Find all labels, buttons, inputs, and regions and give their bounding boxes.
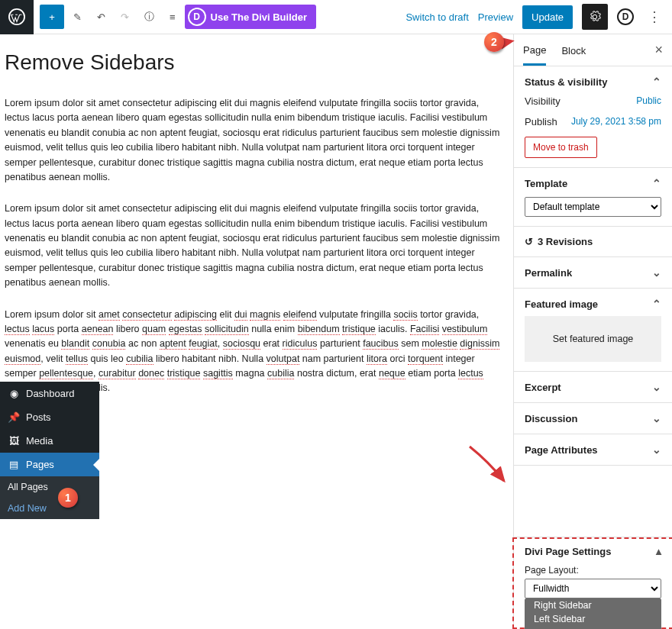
panel-permalink[interactable]: Permalink⌄	[514, 257, 672, 289]
panel-status-visibility: Status & visibility⌃ VisibilityPublic Pu…	[514, 66, 672, 168]
panel-template: Template⌃ Default template	[514, 168, 672, 227]
settings-gear-icon[interactable]	[582, 4, 608, 30]
sidebar-tabs: Page Block ×	[514, 34, 672, 66]
chevron-up-icon: ⌃	[652, 177, 661, 189]
panel-heading[interactable]: Featured image⌃	[525, 298, 661, 310]
redo-icon[interactable]: ↷	[115, 5, 135, 29]
page-layout-label: Page Layout:	[525, 565, 661, 576]
move-to-trash-button[interactable]: Move to trash	[525, 137, 597, 158]
panel-discussion[interactable]: Discussion⌄	[514, 403, 672, 434]
settings-sidebar: Page Block × Status & visibility⌃ Visibi…	[513, 34, 672, 629]
menu-media[interactable]: 🖼Media	[0, 429, 99, 453]
panel-revisions[interactable]: ↺3 Revisions	[514, 227, 672, 257]
page-layout-select[interactable]: Fullwidth	[525, 579, 661, 598]
chevron-down-icon: ⌄	[652, 381, 661, 393]
switch-to-draft-link[interactable]: Switch to draft	[405, 11, 468, 23]
edit-tool-icon[interactable]: ✎	[67, 5, 88, 29]
set-featured-image-button[interactable]: Set featured image	[525, 316, 661, 362]
paragraph-block[interactable]: Lorem ipsum dolor sit amet consectetur a…	[5, 96, 501, 185]
layout-option-left-sidebar[interactable]: Left Sidebar	[525, 612, 661, 626]
page-layout-dropdown[interactable]: Fullwidth Right Sidebar Left Sidebar No …	[525, 579, 661, 598]
panel-heading[interactable]: Template⌃	[525, 177, 661, 189]
panel-featured-image: Featured image⌃ Set featured image	[514, 289, 672, 372]
page-title[interactable]: Remove Sidebars	[5, 50, 501, 75]
chevron-up-icon: ⌃	[652, 298, 661, 310]
pin-icon: 📌	[8, 411, 20, 423]
list-view-icon[interactable]: ≡	[163, 5, 182, 29]
tab-page[interactable]: Page	[523, 44, 546, 66]
tab-block[interactable]: Block	[561, 45, 586, 64]
add-block-button[interactable]: +	[40, 5, 64, 29]
admin-menu: ◉Dashboard 📌Posts 🖼Media ▤Pages All Page…	[0, 382, 99, 519]
visibility-label: Visibility	[525, 95, 561, 107]
menu-dashboard[interactable]: ◉Dashboard	[0, 382, 99, 405]
publish-date[interactable]: July 29, 2021 3:58 pm	[571, 116, 661, 127]
template-select[interactable]: Default template	[525, 197, 661, 217]
chevron-up-icon: ⌃	[652, 76, 661, 88]
use-divi-builder-button[interactable]: D Use The Divi Builder	[185, 5, 316, 29]
more-options-icon[interactable]: ⋮	[643, 8, 666, 25]
dashboard-icon: ◉	[8, 388, 20, 399]
annotation-callout-1: 1	[58, 488, 78, 508]
info-icon[interactable]: ⓘ	[138, 5, 160, 29]
editor-content: Remove Sidebars Lorem ipsum dolor sit am…	[5, 50, 501, 413]
visibility-value[interactable]: Public	[636, 95, 661, 107]
wp-logo[interactable]	[0, 0, 34, 34]
publish-label: Publish	[525, 116, 557, 127]
close-sidebar-icon[interactable]: ×	[654, 42, 663, 58]
submenu-all-pages[interactable]: All Pages	[0, 476, 99, 498]
submenu-add-new[interactable]: Add New	[0, 498, 99, 519]
topbar-right: Switch to draft Preview Update D ⋮	[405, 4, 666, 30]
history-icon: ↺	[525, 236, 533, 247]
layout-option-no-sidebar[interactable]: No Sidebar	[525, 626, 661, 629]
panel-excerpt[interactable]: Excerpt⌄	[514, 372, 672, 403]
page-layout-options-list: Right Sidebar Left Sidebar No Sidebar Fu…	[525, 598, 661, 629]
annotation-callout-2: 2	[484, 32, 504, 52]
menu-pages[interactable]: ▤Pages	[0, 453, 99, 476]
media-icon: 🖼	[8, 435, 20, 447]
layout-option-right-sidebar[interactable]: Right Sidebar	[525, 598, 661, 612]
panel-page-attributes[interactable]: Page Attributes⌄	[514, 434, 672, 466]
revisions-count: 3 Revisions	[538, 236, 593, 247]
divi-logo-icon: D	[188, 8, 206, 26]
menu-posts[interactable]: 📌Posts	[0, 405, 99, 429]
paragraph-block[interactable]: Lorem ipsum dolor sit amet consectetur a…	[5, 202, 501, 290]
panel-heading[interactable]: Status & visibility⌃	[525, 76, 661, 88]
divi-button-label: Use The Divi Builder	[211, 11, 307, 23]
divi-outline-icon[interactable]: D	[617, 8, 634, 25]
update-button[interactable]: Update	[522, 5, 573, 29]
preview-link[interactable]: Preview	[478, 11, 513, 23]
panel-heading[interactable]: Divi Page Settings▴	[525, 545, 661, 557]
page-icon: ▤	[8, 459, 20, 470]
chevron-down-icon: ⌄	[652, 444, 661, 456]
chevron-down-icon: ⌄	[652, 412, 661, 424]
editor-topbar: + ✎ ↶ ↷ ⓘ ≡ D Use The Divi Builder Switc…	[0, 0, 672, 34]
chevron-down-icon: ⌄	[652, 266, 661, 279]
panel-divi-page-settings: Divi Page Settings▴ Page Layout: Fullwid…	[514, 537, 672, 629]
undo-icon[interactable]: ↶	[91, 5, 111, 29]
chevron-up-icon: ▴	[656, 545, 661, 557]
annotation-arrow	[466, 443, 512, 489]
